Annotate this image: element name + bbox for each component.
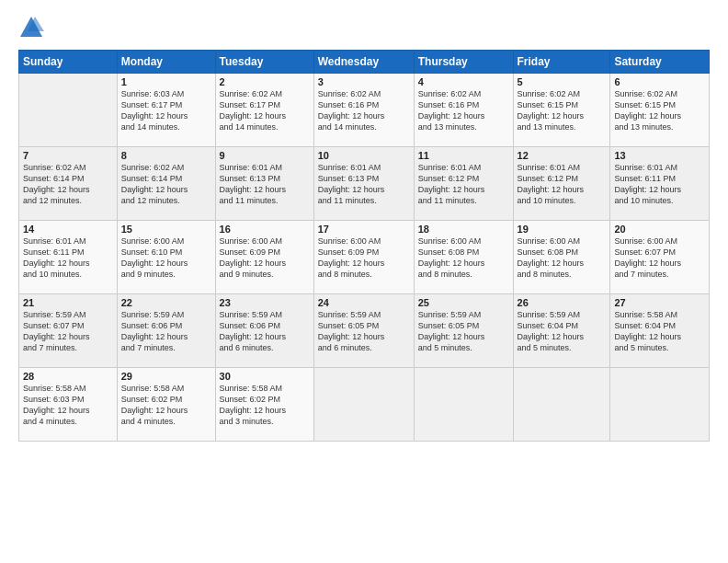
day-number: 15 bbox=[121, 224, 211, 235]
day-number: 26 bbox=[518, 297, 607, 308]
calendar-cell: 25Sunrise: 5:59 AM Sunset: 6:05 PM Dayli… bbox=[414, 294, 513, 368]
calendar-cell: 3Sunrise: 6:02 AM Sunset: 6:16 PM Daylig… bbox=[313, 74, 414, 147]
calendar-cell: 19Sunrise: 6:00 AM Sunset: 6:08 PM Dayli… bbox=[513, 221, 610, 294]
day-info: Sunrise: 5:59 AM Sunset: 6:04 PM Dayligh… bbox=[518, 309, 607, 354]
calendar-cell: 7Sunrise: 6:02 AM Sunset: 6:14 PM Daylig… bbox=[19, 147, 118, 221]
calendar-cell bbox=[513, 368, 610, 442]
calendar-week-row: 1Sunrise: 6:03 AM Sunset: 6:17 PM Daylig… bbox=[19, 74, 710, 147]
day-number: 18 bbox=[418, 224, 509, 235]
day-number: 19 bbox=[518, 224, 607, 235]
day-number: 16 bbox=[220, 224, 310, 235]
day-info: Sunrise: 6:00 AM Sunset: 6:10 PM Dayligh… bbox=[121, 236, 211, 281]
day-info: Sunrise: 6:02 AM Sunset: 6:16 PM Dayligh… bbox=[318, 88, 410, 133]
calendar-cell bbox=[313, 368, 414, 442]
calendar-cell bbox=[19, 74, 118, 147]
calendar-cell bbox=[610, 368, 710, 442]
calendar-cell: 10Sunrise: 6:01 AM Sunset: 6:13 PM Dayli… bbox=[313, 147, 414, 221]
calendar-week-row: 21Sunrise: 5:59 AM Sunset: 6:07 PM Dayli… bbox=[19, 294, 710, 368]
day-info: Sunrise: 6:03 AM Sunset: 6:17 PM Dayligh… bbox=[121, 88, 211, 133]
day-number: 3 bbox=[318, 76, 410, 87]
day-number: 27 bbox=[614, 297, 705, 308]
day-info: Sunrise: 6:02 AM Sunset: 6:17 PM Dayligh… bbox=[220, 88, 310, 133]
calendar-cell bbox=[414, 368, 513, 442]
day-number: 4 bbox=[418, 76, 509, 87]
calendar-cell: 20Sunrise: 6:00 AM Sunset: 6:07 PM Dayli… bbox=[610, 221, 710, 294]
day-number: 8 bbox=[121, 150, 211, 161]
calendar-table: SundayMondayTuesdayWednesdayThursdayFrid… bbox=[18, 50, 710, 442]
calendar-cell: 28Sunrise: 5:58 AM Sunset: 6:03 PM Dayli… bbox=[19, 368, 118, 442]
day-info: Sunrise: 5:59 AM Sunset: 6:06 PM Dayligh… bbox=[220, 309, 310, 354]
day-number: 25 bbox=[418, 297, 509, 308]
calendar-header-thursday: Thursday bbox=[414, 51, 513, 74]
day-number: 28 bbox=[23, 371, 113, 382]
day-info: Sunrise: 6:02 AM Sunset: 6:14 PM Dayligh… bbox=[121, 162, 211, 207]
day-number: 20 bbox=[614, 224, 705, 235]
day-number: 22 bbox=[121, 297, 211, 308]
day-info: Sunrise: 6:00 AM Sunset: 6:07 PM Dayligh… bbox=[614, 236, 705, 281]
day-number: 29 bbox=[121, 371, 211, 382]
calendar-header-saturday: Saturday bbox=[610, 51, 710, 74]
day-info: Sunrise: 6:01 AM Sunset: 6:11 PM Dayligh… bbox=[23, 236, 113, 281]
calendar-cell: 22Sunrise: 5:59 AM Sunset: 6:06 PM Dayli… bbox=[117, 294, 215, 368]
calendar-cell: 26Sunrise: 5:59 AM Sunset: 6:04 PM Dayli… bbox=[513, 294, 610, 368]
day-number: 6 bbox=[614, 76, 705, 87]
calendar-cell: 24Sunrise: 5:59 AM Sunset: 6:05 PM Dayli… bbox=[313, 294, 414, 368]
calendar-week-row: 7Sunrise: 6:02 AM Sunset: 6:14 PM Daylig… bbox=[19, 147, 710, 221]
day-info: Sunrise: 6:01 AM Sunset: 6:11 PM Dayligh… bbox=[614, 162, 705, 207]
calendar-header-friday: Friday bbox=[513, 51, 610, 74]
day-info: Sunrise: 6:01 AM Sunset: 6:12 PM Dayligh… bbox=[518, 162, 607, 207]
logo-icon bbox=[18, 15, 44, 40]
day-number: 17 bbox=[318, 224, 410, 235]
day-info: Sunrise: 5:59 AM Sunset: 6:05 PM Dayligh… bbox=[318, 309, 410, 354]
day-info: Sunrise: 5:58 AM Sunset: 6:02 PM Dayligh… bbox=[220, 383, 310, 428]
calendar-cell: 9Sunrise: 6:01 AM Sunset: 6:13 PM Daylig… bbox=[215, 147, 313, 221]
calendar-header-sunday: Sunday bbox=[19, 51, 118, 74]
day-info: Sunrise: 5:58 AM Sunset: 6:04 PM Dayligh… bbox=[614, 309, 705, 354]
calendar-cell: 30Sunrise: 5:58 AM Sunset: 6:02 PM Dayli… bbox=[215, 368, 313, 442]
day-info: Sunrise: 6:00 AM Sunset: 6:08 PM Dayligh… bbox=[518, 236, 607, 281]
day-info: Sunrise: 6:01 AM Sunset: 6:12 PM Dayligh… bbox=[418, 162, 509, 207]
calendar-cell: 8Sunrise: 6:02 AM Sunset: 6:14 PM Daylig… bbox=[117, 147, 215, 221]
calendar-header-tuesday: Tuesday bbox=[215, 51, 313, 74]
day-number: 9 bbox=[220, 150, 310, 161]
calendar-cell: 13Sunrise: 6:01 AM Sunset: 6:11 PM Dayli… bbox=[610, 147, 710, 221]
calendar-cell: 23Sunrise: 5:59 AM Sunset: 6:06 PM Dayli… bbox=[215, 294, 313, 368]
day-info: Sunrise: 6:02 AM Sunset: 6:16 PM Dayligh… bbox=[418, 88, 509, 133]
calendar-header-wednesday: Wednesday bbox=[313, 51, 414, 74]
day-number: 5 bbox=[518, 76, 607, 87]
calendar-week-row: 14Sunrise: 6:01 AM Sunset: 6:11 PM Dayli… bbox=[19, 221, 710, 294]
calendar-cell: 18Sunrise: 6:00 AM Sunset: 6:08 PM Dayli… bbox=[414, 221, 513, 294]
day-number: 13 bbox=[614, 150, 705, 161]
calendar-cell: 5Sunrise: 6:02 AM Sunset: 6:15 PM Daylig… bbox=[513, 74, 610, 147]
day-info: Sunrise: 6:02 AM Sunset: 6:14 PM Dayligh… bbox=[23, 162, 113, 207]
day-info: Sunrise: 6:01 AM Sunset: 6:13 PM Dayligh… bbox=[220, 162, 310, 207]
calendar-header-row: SundayMondayTuesdayWednesdayThursdayFrid… bbox=[19, 51, 710, 74]
day-number: 14 bbox=[23, 224, 113, 235]
day-info: Sunrise: 5:59 AM Sunset: 6:05 PM Dayligh… bbox=[418, 309, 509, 354]
day-info: Sunrise: 5:58 AM Sunset: 6:03 PM Dayligh… bbox=[23, 383, 113, 428]
day-number: 21 bbox=[23, 297, 113, 308]
day-number: 30 bbox=[220, 371, 310, 382]
logo bbox=[18, 15, 48, 40]
day-number: 2 bbox=[220, 76, 310, 87]
page: SundayMondayTuesdayWednesdayThursdayFrid… bbox=[0, 0, 728, 563]
day-info: Sunrise: 6:02 AM Sunset: 6:15 PM Dayligh… bbox=[518, 88, 607, 133]
calendar-cell: 6Sunrise: 6:02 AM Sunset: 6:15 PM Daylig… bbox=[610, 74, 710, 147]
day-number: 10 bbox=[318, 150, 410, 161]
day-info: Sunrise: 6:00 AM Sunset: 6:09 PM Dayligh… bbox=[220, 236, 310, 281]
day-number: 12 bbox=[518, 150, 607, 161]
calendar-week-row: 28Sunrise: 5:58 AM Sunset: 6:03 PM Dayli… bbox=[19, 368, 710, 442]
calendar-cell: 4Sunrise: 6:02 AM Sunset: 6:16 PM Daylig… bbox=[414, 74, 513, 147]
calendar-cell: 2Sunrise: 6:02 AM Sunset: 6:17 PM Daylig… bbox=[215, 74, 313, 147]
day-info: Sunrise: 5:59 AM Sunset: 6:06 PM Dayligh… bbox=[121, 309, 211, 354]
day-info: Sunrise: 5:58 AM Sunset: 6:02 PM Dayligh… bbox=[121, 383, 211, 428]
calendar-cell: 27Sunrise: 5:58 AM Sunset: 6:04 PM Dayli… bbox=[610, 294, 710, 368]
header bbox=[18, 15, 710, 40]
day-number: 23 bbox=[220, 297, 310, 308]
calendar-cell: 1Sunrise: 6:03 AM Sunset: 6:17 PM Daylig… bbox=[117, 74, 215, 147]
day-info: Sunrise: 6:02 AM Sunset: 6:15 PM Dayligh… bbox=[614, 88, 705, 133]
calendar-cell: 14Sunrise: 6:01 AM Sunset: 6:11 PM Dayli… bbox=[19, 221, 118, 294]
day-number: 1 bbox=[121, 76, 211, 87]
calendar-cell: 11Sunrise: 6:01 AM Sunset: 6:12 PM Dayli… bbox=[414, 147, 513, 221]
day-number: 11 bbox=[418, 150, 509, 161]
